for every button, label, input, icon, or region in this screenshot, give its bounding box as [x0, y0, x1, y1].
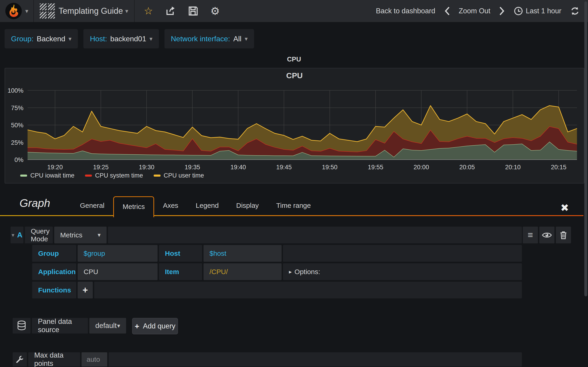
- caret-down-icon: ▾: [69, 36, 71, 42]
- zoom-out-button[interactable]: Zoom Out: [459, 7, 490, 15]
- query-mode-select[interactable]: Metrics ▾: [54, 227, 107, 243]
- field-input-host[interactable]: $host: [204, 245, 282, 262]
- cpu-stacked-area-chart[interactable]: 19:2019:2519:3019:3519:4019:4519:5019:55…: [5, 68, 583, 183]
- legend-swatch: [20, 175, 27, 177]
- query-row-filler: [108, 227, 522, 243]
- svg-text:75%: 75%: [11, 105, 23, 111]
- save-icon[interactable]: [188, 6, 199, 16]
- field-label-host: Host: [159, 245, 202, 262]
- svg-text:19:40: 19:40: [230, 164, 246, 171]
- options-toggle-cell[interactable]: ▸ Options:: [283, 263, 522, 280]
- dashboard-title-caret-icon: ▾: [125, 8, 128, 14]
- editor-tabs: General Metrics Axes Legend Display Time…: [71, 196, 320, 217]
- query-toggle-visibility-button[interactable]: [539, 227, 554, 243]
- field-label-group: Group: [32, 245, 76, 262]
- svg-text:50%: 50%: [11, 122, 23, 129]
- dashboard-title-section[interactable]: Templating Guide ▾: [34, 0, 135, 22]
- logo-caret-icon: ▾: [25, 8, 28, 14]
- field-input-application[interactable]: CPU: [78, 263, 157, 280]
- caret-down-icon: ▾: [149, 36, 153, 42]
- editor-panel-type-title: Graph: [19, 197, 50, 209]
- template-var-group[interactable]: Group: Backend ▾: [5, 29, 78, 48]
- caret-down-icon: ▾: [117, 322, 120, 329]
- editor-tabs-underline: [0, 215, 583, 216]
- query-menu-button[interactable]: ≡: [523, 227, 538, 243]
- back-to-dashboard-link[interactable]: Back to dashboard: [376, 7, 435, 15]
- legend-label: CPU iowait time: [30, 172, 74, 179]
- query-mode-value: Metrics: [60, 231, 82, 239]
- query-mode-label: Query Mode: [25, 227, 53, 243]
- legend-swatch: [154, 175, 161, 177]
- svg-text:20:15: 20:15: [551, 164, 566, 171]
- query-delete-button[interactable]: [556, 227, 571, 243]
- tab-time-range[interactable]: Time range: [268, 196, 320, 215]
- close-editor-icon[interactable]: ✖: [561, 202, 569, 214]
- datasource-icon-cell: [13, 318, 31, 334]
- grafana-logo-menu[interactable]: ▾: [0, 0, 34, 22]
- svg-text:19:45: 19:45: [276, 164, 292, 171]
- row-filler: [109, 352, 522, 367]
- row-filler: [283, 245, 522, 262]
- svg-text:0%: 0%: [15, 156, 23, 163]
- tab-metrics[interactable]: Metrics: [113, 196, 154, 217]
- legend-item[interactable]: CPU iowait time: [20, 172, 74, 179]
- field-input-group[interactable]: $group: [78, 245, 157, 262]
- max-data-points-input[interactable]: [82, 352, 107, 367]
- shift-time-forward-icon[interactable]: [499, 7, 505, 15]
- max-data-points-label: Max data points: [28, 352, 80, 367]
- settings-gear-icon[interactable]: ⚙: [210, 6, 220, 16]
- tab-display[interactable]: Display: [227, 196, 267, 215]
- panel-header-title[interactable]: CPU: [0, 56, 588, 63]
- caret-down-icon: ▾: [98, 232, 101, 239]
- star-icon[interactable]: ☆: [144, 6, 153, 16]
- add-function-button[interactable]: +: [78, 282, 93, 298]
- svg-text:19:50: 19:50: [322, 164, 338, 171]
- navbar-right: Back to dashboard Zoom Out Last 1 hour: [376, 6, 588, 16]
- svg-text:100%: 100%: [8, 87, 23, 94]
- legend-label: CPU system time: [95, 172, 143, 179]
- tab-general[interactable]: General: [71, 196, 113, 215]
- options-label: Options:: [294, 268, 320, 276]
- tab-legend[interactable]: Legend: [187, 196, 227, 215]
- navbar: ▾ Templating Guide ▾ ☆ ⚙ Back to dashboa…: [0, 0, 588, 22]
- wrench-icon: [16, 355, 24, 364]
- eye-icon: [542, 232, 552, 239]
- template-var-label: Group:: [11, 35, 34, 43]
- legend-swatch: [85, 175, 92, 177]
- field-label-item: Item: [159, 263, 202, 280]
- field-label-functions: Functions: [32, 282, 76, 298]
- grafana-logo-icon: [5, 2, 22, 19]
- options-arrow-icon: ▸: [289, 269, 292, 275]
- svg-text:20:05: 20:05: [459, 164, 475, 171]
- svg-text:20:00: 20:00: [414, 164, 429, 171]
- chart-legend: CPU iowait timeCPU system timeCPU user t…: [20, 172, 204, 179]
- svg-text:25%: 25%: [11, 139, 23, 146]
- add-query-button[interactable]: + Add query: [132, 318, 178, 334]
- tab-axes[interactable]: Axes: [154, 196, 187, 215]
- plus-icon: +: [135, 322, 139, 331]
- scrollbar-thumb[interactable]: [584, 1, 587, 296]
- template-var-value: All: [233, 35, 242, 43]
- field-input-item[interactable]: /CPU/: [204, 263, 282, 280]
- template-var-label: Network interface:: [171, 35, 230, 43]
- shift-time-back-icon[interactable]: [444, 7, 450, 15]
- share-icon[interactable]: [165, 6, 176, 17]
- navbar-actions: ☆ ⚙: [135, 6, 229, 17]
- legend-label: CPU user time: [164, 172, 204, 179]
- template-var-label: Host:: [90, 35, 107, 43]
- template-var-network-interface[interactable]: Network interface: All ▾: [164, 29, 254, 48]
- template-var-host[interactable]: Host: backend01 ▾: [83, 29, 159, 48]
- plus-icon: +: [82, 285, 88, 295]
- legend-item[interactable]: CPU system time: [85, 172, 143, 179]
- datasource-select[interactable]: default ▾: [89, 318, 126, 334]
- refresh-icon[interactable]: [570, 6, 580, 16]
- query-collapse-toggle[interactable]: ▾ A: [10, 227, 23, 243]
- graph-panel: CPU 19:2019:2519:3019:3519:4019:4519:501…: [5, 68, 584, 184]
- clock-icon: [514, 6, 523, 16]
- template-variable-row: Group: Backend ▾ Host: backend01 ▾ Netwo…: [5, 29, 254, 48]
- svg-text:19:30: 19:30: [139, 164, 154, 171]
- svg-text:19:35: 19:35: [185, 164, 200, 171]
- svg-text:20:10: 20:10: [505, 164, 521, 171]
- time-picker[interactable]: Last 1 hour: [514, 6, 561, 16]
- legend-item[interactable]: CPU user time: [154, 172, 204, 179]
